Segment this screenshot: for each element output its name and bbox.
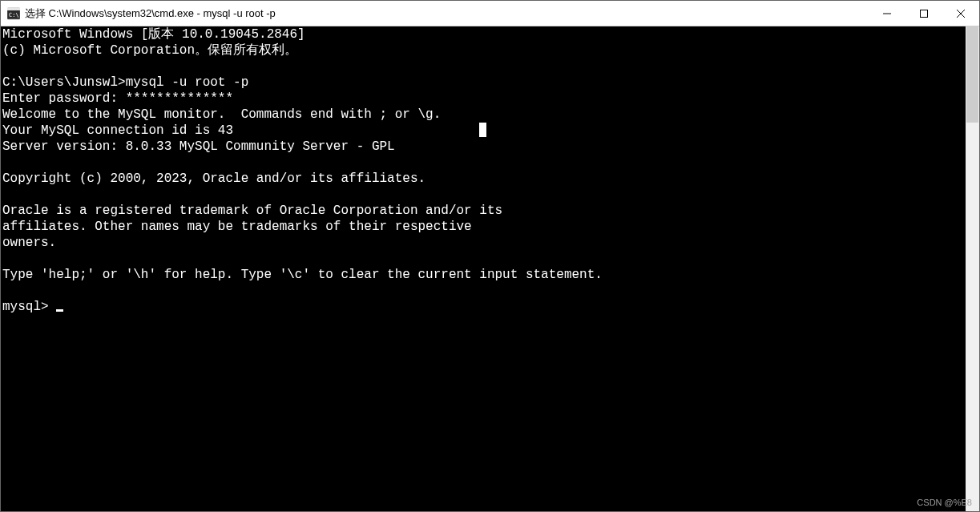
console-output[interactable]: Microsoft Windows [版本 10.0.19045.2846](c…	[1, 26, 966, 511]
scrollbar-thumb[interactable]	[966, 26, 978, 123]
minimize-button[interactable]	[869, 1, 905, 26]
console-line: Welcome to the MySQL monitor. Commands e…	[2, 107, 964, 123]
titlebar[interactable]: C:\ 选择 C:\Windows\system32\cmd.exe - mys…	[1, 1, 979, 26]
console-line: Server version: 8.0.33 MySQL Community S…	[2, 139, 964, 155]
selection-cursor	[479, 123, 486, 137]
cmd-window: C:\ 选择 C:\Windows\system32\cmd.exe - mys…	[0, 0, 980, 512]
console-line: Microsoft Windows [版本 10.0.19045.2846]	[2, 26, 964, 42]
svg-rect-1	[7, 8, 20, 10]
console-line: Copyright (c) 2000, 2023, Oracle and/or …	[2, 171, 964, 187]
console-line	[2, 283, 964, 299]
cmd-icon: C:\	[7, 7, 20, 20]
vertical-scrollbar[interactable]	[966, 26, 979, 511]
console-line	[2, 251, 964, 267]
console-line	[2, 155, 964, 171]
console-line: C:\Users\Junswl>mysql -u root -p	[2, 75, 964, 91]
maximize-button[interactable]	[905, 1, 942, 26]
console-line: (c) Microsoft Corporation。保留所有权利。	[2, 42, 964, 58]
window-title: 选择 C:\Windows\system32\cmd.exe - mysql -…	[25, 6, 276, 21]
console-line: Enter password: **************	[2, 91, 964, 107]
console-line: owners.	[2, 235, 964, 251]
svg-text:C:\: C:\	[9, 12, 19, 18]
console-line: Type 'help;' or '\h' for help. Type '\c'…	[2, 267, 964, 283]
input-cursor	[56, 309, 63, 312]
console-line: affiliates. Other names may be trademark…	[2, 219, 964, 235]
svg-rect-4	[921, 10, 928, 17]
console-wrap: Microsoft Windows [版本 10.0.19045.2846](c…	[1, 26, 979, 511]
close-button[interactable]	[942, 1, 979, 26]
titlebar-buttons	[869, 1, 979, 26]
console-line	[2, 187, 964, 203]
console-line: mysql>	[2, 299, 964, 315]
console-line: Oracle is a registered trademark of Orac…	[2, 203, 964, 219]
console-line	[2, 58, 964, 75]
console-line: Your MySQL connection id is 43	[2, 123, 964, 139]
